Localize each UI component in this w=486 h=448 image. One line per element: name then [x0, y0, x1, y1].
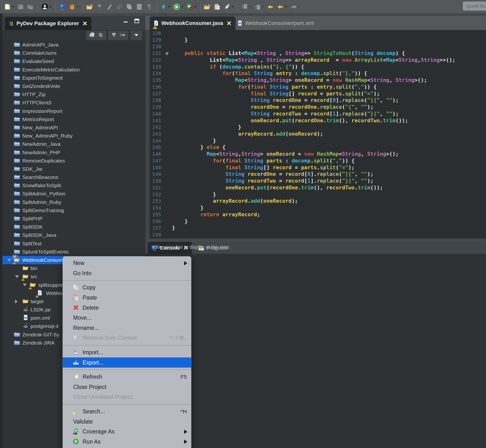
menu-item-export[interactable]: Export...: [63, 357, 191, 368]
chevron-down-icon[interactable]: [12, 6, 14, 8]
editor-tab-webhookconsumer-java[interactable]: JWebhookConsumer.java✕: [150, 16, 235, 30]
menu-item-label: Rename...: [73, 325, 99, 331]
chevron-down-icon[interactable]: [181, 6, 183, 8]
run-external-tools-icon: [186, 3, 193, 10]
warning-icon: [153, 24, 156, 27]
user-profile-button[interactable]: [41, 2, 52, 12]
customize-view-button[interactable]: [118, 31, 127, 40]
chevron-down-icon[interactable]: [231, 6, 234, 8]
tree-item-exporttosegment[interactable]: ExportToSegment: [2, 74, 145, 82]
menu-item-close-project[interactable]: Close Project: [63, 382, 191, 392]
menu-item-delete[interactable]: Delete: [63, 303, 191, 313]
tree-item-label: HTTP_Zip: [22, 92, 46, 97]
paste-clipboard-button[interactable]: [213, 2, 221, 12]
tree-item-getzendeskvote[interactable]: GetZendeskVote: [2, 82, 145, 90]
tree-item-metricsreport[interactable]: MetricsReport: [2, 115, 145, 123]
view-menu-button[interactable]: [132, 31, 141, 40]
tree-item-sdk-jar[interactable]: SDK_Jar: [2, 165, 145, 173]
highlighter-icon: [223, 3, 231, 10]
tree-item-newadmin-java[interactable]: NewAdmin_Java: [2, 140, 145, 148]
chevron-down-icon[interactable]: [262, 6, 264, 8]
close-icon[interactable]: ✕: [227, 20, 232, 26]
tree-item-new-adminapi-ruby[interactable]: New_AdminAPI_Ruby: [2, 132, 145, 140]
menu-item-move[interactable]: Move...: [63, 313, 191, 323]
link-tool-icon: [116, 3, 123, 10]
close-icon[interactable]: ✕: [82, 21, 88, 27]
chevron-down-icon[interactable]: [285, 6, 287, 8]
code-editor[interactable]: 128129}130131public static List<Map<Stri…: [145, 30, 486, 239]
line-number: 147: [152, 158, 161, 164]
tree-item-splitdemotraining[interactable]: SplitDemoTraining: [2, 206, 145, 215]
junit-beetle-button[interactable]: [159, 2, 171, 12]
tree-item-newadmin-php[interactable]: NewAdmin_PHP: [2, 148, 145, 156]
quick-access-box[interactable]: Quick Access: [463, 1, 486, 11]
menu-item-paste[interactable]: Paste: [63, 293, 191, 303]
open-resource-button[interactable]: [86, 2, 94, 12]
expand-arrow-icon[interactable]: [15, 300, 18, 304]
line-number: 145: [152, 144, 161, 151]
filters-button[interactable]: [110, 31, 118, 40]
menu-item-validate[interactable]: Validate: [63, 416, 191, 427]
collapse-arrow-icon[interactable]: [23, 284, 27, 286]
tree-item-adminapi-java[interactable]: AdminAPI_Java: [2, 41, 145, 49]
tree-item-httpclient3[interactable]: HTTPClient3: [2, 99, 145, 107]
menu-item-import[interactable]: Import...: [63, 347, 191, 358]
chevron-down-icon[interactable]: [168, 6, 170, 8]
run-button[interactable]: [172, 2, 184, 12]
chevron-down-icon[interactable]: [77, 6, 79, 8]
tree-item-snowflaketosplit[interactable]: SnowflakeToSplit: [2, 181, 145, 190]
tree-item-http-zip[interactable]: HTTP_Zip: [2, 90, 145, 99]
editor-tab-webhookconsumer-pom-xml[interactable]: MWebhookConsumer/pom.xml: [234, 16, 318, 30]
tree-item-splitadmin-python[interactable]: SplitAdmin_Python: [2, 190, 145, 198]
menu-item-coverage-as[interactable]: Coverage As: [63, 427, 191, 437]
tree-item-correlateusers[interactable]: CorrelateUsers: [2, 49, 145, 57]
open-folder-icon: [22, 273, 30, 280]
highlighter-button[interactable]: [223, 2, 234, 12]
tree-item-label: ExecuteMetricCalculation: [22, 67, 80, 73]
menu-item-search[interactable]: Search...^H: [63, 407, 191, 417]
maximize-view-button[interactable]: [134, 18, 142, 25]
last-edit-location-button[interactable]: [267, 2, 275, 12]
debug-button[interactable]: [68, 2, 80, 12]
tree-item-splittest[interactable]: SplitTest: [2, 240, 145, 248]
code-line-132: 132List<Map<String , String>> arrayRecor…: [145, 57, 486, 64]
tree-item-impressionreport[interactable]: ImpressionReport: [2, 107, 145, 115]
open-folder-button[interactable]: [203, 2, 211, 12]
tree-item-evaluateseed[interactable]: EvaluateSeed: [2, 57, 145, 65]
tree-item-removeduplicates[interactable]: RemoveDuplicates: [2, 157, 145, 165]
menu-item-copy[interactable]: Copy: [63, 283, 191, 293]
back-button[interactable]: [276, 2, 288, 12]
chevron-down-icon[interactable]: [298, 6, 300, 8]
tree-item-splitadmin-ruby[interactable]: SplitAdmin_Ruby: [2, 198, 145, 206]
horizontal-sash[interactable]: [145, 239, 486, 241]
menu-item-new[interactable]: New: [63, 258, 191, 268]
minimize-view-button[interactable]: [122, 18, 131, 25]
link-with-editor-button[interactable]: [96, 31, 105, 40]
import-icon: [73, 349, 80, 356]
console-shortcut-button[interactable]: [58, 2, 66, 12]
tree-item-splitsdk-java[interactable]: SplitSDK_Java: [2, 231, 145, 239]
collapse-arrow-icon[interactable]: [15, 275, 19, 278]
line-number: 149: [152, 171, 161, 178]
tree-item-new-adminapi[interactable]: New_AdminAPI: [2, 123, 145, 132]
chevron-down-icon[interactable]: [249, 6, 251, 8]
new-wizard-button[interactable]: [3, 2, 15, 12]
menu-item-go-into[interactable]: Go Into: [63, 268, 191, 279]
tab-pydev-package-explorer[interactable]: PyDev Package Explorer ✕: [5, 17, 91, 30]
collapse-all-button[interactable]: [88, 31, 96, 40]
tree-item-splunktosplitevents[interactable]: SplunkToSplitEvents: [2, 248, 145, 256]
code-line-155: 155return arrayRecord;: [145, 211, 486, 218]
menu-item-refresh[interactable]: RefreshF5: [63, 372, 191, 382]
tree-item-splitphp[interactable]: SplitPHP: [2, 215, 145, 223]
chevron-down-icon[interactable]: [194, 6, 196, 8]
tree-item-splitsdk[interactable]: SplitSDK: [2, 223, 145, 231]
line-number: 130: [152, 43, 161, 50]
collapse-arrow-icon[interactable]: [7, 259, 11, 262]
menu-item-rename[interactable]: Rename...: [63, 323, 191, 333]
java-file-icon: J: [154, 20, 159, 26]
chevron-down-icon[interactable]: [49, 6, 52, 8]
run-external-tools-button[interactable]: [186, 2, 197, 12]
menu-item-run-as[interactable]: Run As: [63, 437, 191, 447]
tree-item-searchbeacons[interactable]: SearchBeacons: [2, 173, 145, 181]
tree-item-executemetriccalculation[interactable]: ExecuteMetricCalculation: [2, 66, 145, 74]
